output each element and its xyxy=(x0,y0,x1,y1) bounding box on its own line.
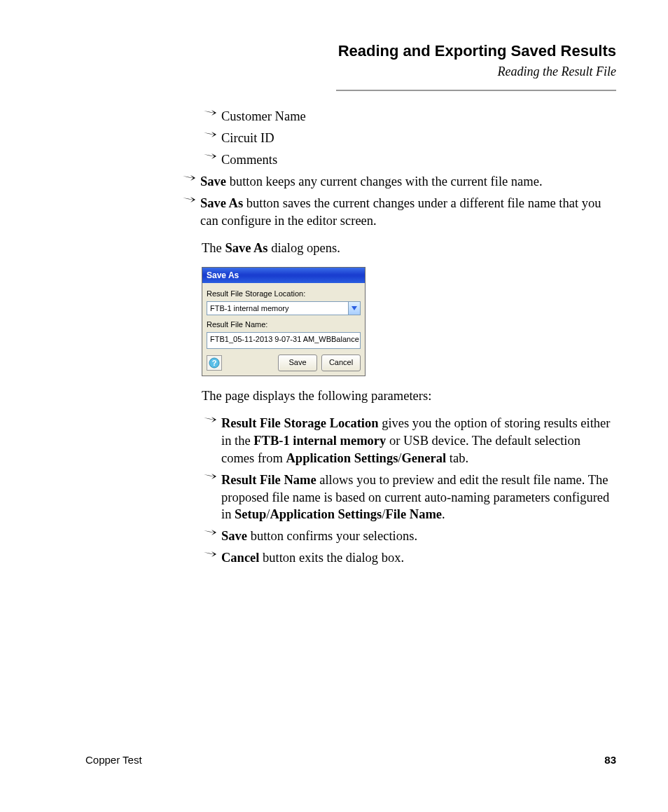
dialog-titlebar: Save As xyxy=(202,268,365,283)
bullet-arrow-icon xyxy=(182,195,197,205)
page-section-title: Reading and Exporting Saved Results xyxy=(338,42,616,60)
list-item-text: Cancel button exits the dialog box. xyxy=(221,549,616,567)
list-item-text: Save As button saves the current changes… xyxy=(200,195,616,230)
bullet-arrow-icon xyxy=(203,130,218,139)
filename-label: Result File Name: xyxy=(207,319,361,330)
bullet-arrow-icon xyxy=(203,528,218,537)
list-item: Result File Name allows you to preview a… xyxy=(203,472,616,524)
list-item: Customer Name xyxy=(203,108,616,125)
storage-location-value: FTB-1 internal memory xyxy=(207,302,348,315)
list-item: Result File Storage Location gives you t… xyxy=(203,415,616,467)
storage-location-label: Result File Storage Location: xyxy=(207,289,361,299)
list-item: Save button confirms your selections. xyxy=(203,528,616,545)
list-item: Save button keeps any current changes wi… xyxy=(182,173,616,191)
dropdown-arrow-icon[interactable] xyxy=(348,302,360,315)
list-item-text: Result File Storage Location gives you t… xyxy=(221,415,616,467)
page-number: 83 xyxy=(604,754,616,766)
page-section-subtitle: Reading the Result File xyxy=(338,64,616,79)
list-item: Save As button saves the current changes… xyxy=(182,195,616,230)
list-item: Circuit ID xyxy=(203,130,616,147)
paragraph: The Save As dialog opens. xyxy=(202,240,616,257)
bullet-arrow-icon xyxy=(203,415,218,425)
header-rule xyxy=(336,90,616,91)
footer-product-name: Copper Test xyxy=(85,754,142,766)
svg-text:?: ? xyxy=(212,359,217,367)
list-item-text: Save button keeps any current changes wi… xyxy=(200,173,616,191)
saveas-dialog: Save As Result File Storage Location: FT… xyxy=(202,267,366,376)
bullet-arrow-icon xyxy=(203,472,218,481)
paragraph: The page displays the following paramete… xyxy=(202,387,616,405)
list-item-text: Customer Name xyxy=(221,108,616,125)
list-item-text: Result File Name allows you to preview a… xyxy=(221,472,616,524)
filename-input[interactable]: FTB1_05-11-2013 9-07-31 AM_WBBalance xyxy=(207,332,361,349)
cancel-button[interactable]: Cancel xyxy=(321,355,361,371)
bullet-arrow-icon xyxy=(203,151,218,161)
list-item-text: Circuit ID xyxy=(221,130,616,147)
save-button[interactable]: Save xyxy=(278,355,317,371)
list-item-text: Comments xyxy=(221,151,616,169)
help-icon[interactable]: ? xyxy=(207,355,222,371)
storage-location-combo[interactable]: FTB-1 internal memory xyxy=(207,301,361,315)
bullet-arrow-icon xyxy=(203,549,218,559)
list-item: Cancel button exits the dialog box. xyxy=(203,549,616,567)
bullet-arrow-icon xyxy=(203,108,218,118)
list-item-text: Save button confirms your selections. xyxy=(221,528,616,545)
bullet-arrow-icon xyxy=(182,173,197,183)
list-item: Comments xyxy=(203,151,616,169)
